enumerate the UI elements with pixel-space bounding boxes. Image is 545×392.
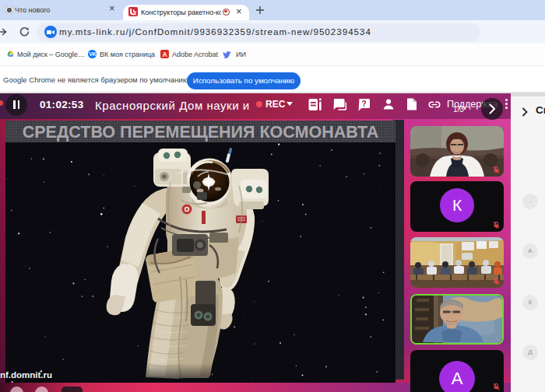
- svg-text:?: ?: [362, 99, 367, 107]
